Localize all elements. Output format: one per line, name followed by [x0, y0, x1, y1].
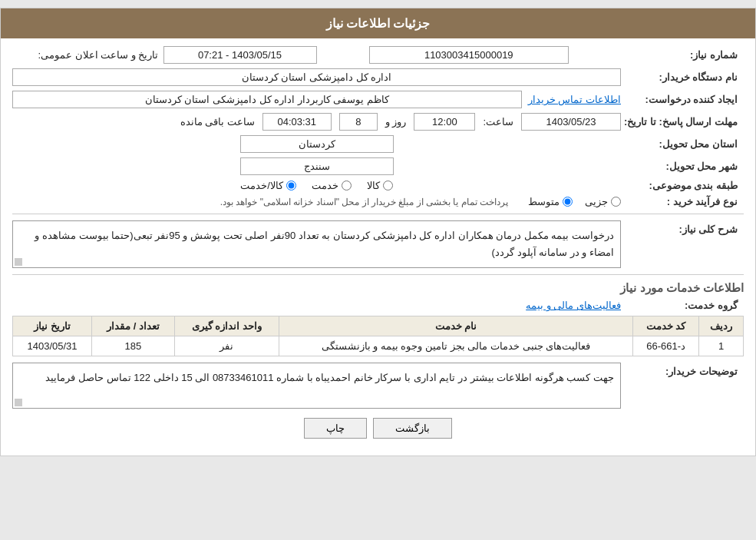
radio-kala: کالا: [367, 180, 393, 191]
col-tarikh: تاریخ نیاز: [13, 316, 92, 336]
link-etelaat[interactable]: اطلاعات تماس خریدار: [528, 94, 621, 105]
row-farayand: نوع فرآیند خرید : جزیی متوسط پرداخت تمام…: [12, 196, 744, 207]
value-namDastgah: اداره کل دامپزشکی استان کردستان: [12, 68, 621, 86]
cell-radif: 1: [699, 336, 744, 356]
radio-kala-khadamat-label: کالا/خدمت: [240, 180, 283, 191]
radio-kala-label: کالا: [367, 180, 380, 191]
cell-name: فعالیت‌های جنبی خدمات مالی بجز تامین وجو…: [279, 336, 632, 356]
col-tedad: تعداد / مقدار: [92, 316, 175, 336]
value-ostan: کردستان: [240, 135, 394, 153]
page-header: جزئیات اطلاعات نیاز: [1, 8, 755, 38]
radio-jozi: جزیی: [585, 196, 621, 207]
value-tawzih: جهت کسب هرگونه اطلاعات بیشتر در تایم ادا…: [12, 363, 621, 409]
content-area: شماره نیاز: 1103003415000019 1403/05/15 …: [1, 38, 755, 456]
cell-vahed: نفر: [174, 336, 279, 356]
value-date: 1403/05/23: [521, 113, 621, 131]
label-tarikhElaan: تاریخ و ساعت اعلان عمومی:: [38, 49, 158, 61]
row-shomareNiaz: شماره نیاز: 1103003415000019 1403/05/15 …: [12, 46, 744, 64]
btn-row: بازگشت چاپ: [12, 418, 744, 439]
btn-back[interactable]: بازگشت: [373, 418, 452, 439]
row-sharhKoli: شرح کلی نیاز: درخواست بیمه مکمل درمان هم…: [12, 220, 744, 268]
value-sharhKoli: درخواست بیمه مکمل درمان همکاران اداره کل…: [12, 220, 621, 268]
value-ijadKonande: کاظم یوسفی کاربردار اداره کل دامپزشکی اس…: [12, 91, 522, 108]
page-wrapper: جزئیات اطلاعات نیاز شماره نیاز: 11030034…: [0, 8, 756, 456]
row-namDastgah: نام دستگاه خریدار: اداره کل دامپزشکی است…: [12, 68, 744, 86]
label-shomareNiaz: شماره نیاز:: [621, 49, 744, 61]
label-tasnif: طبقه بندی موضوعی:: [621, 180, 744, 191]
radio-khadamat-label: خدمت: [312, 180, 338, 191]
row-shahr: شهر محل تحویل: سنندج: [12, 157, 744, 175]
row-ostan: استان محل تحویل: کردستان: [12, 135, 744, 153]
row-ijadKonande: ایجاد کننده درخواست: اطلاعات تماس خریدار…: [12, 91, 744, 108]
label-mande: ساعت باقی مانده: [180, 116, 255, 128]
label-time: ساعت:: [483, 116, 513, 128]
label-namDastgah: نام دستگاه خریدار:: [621, 71, 744, 83]
label-ostan: استان محل تحویل:: [621, 138, 744, 150]
row-mohlat: مهلت ارسال پاسخ: تا تاریخ: 1403/05/23 سا…: [12, 113, 744, 131]
col-name: نام خدمت: [279, 316, 632, 336]
radio-khadamat: خدمت: [312, 180, 352, 191]
radio-motovaset: متوسط: [528, 196, 573, 207]
radio-motovaset-input[interactable]: [563, 197, 573, 207]
resize-handle: [15, 258, 22, 266]
cell-kod: د-661-66: [633, 336, 699, 356]
value-gorohKhadamat[interactable]: فعالیت‌های مالی و بیمه: [526, 300, 621, 311]
radio-kala-khadamat-input[interactable]: [286, 181, 296, 190]
value-tarikhElaan: 1403/05/15 - 07:21: [163, 46, 317, 64]
row-tawzih: توضیحات خریدار: جهت کسب هرگونه اطلاعات ب…: [12, 363, 744, 409]
radio-jozi-input[interactable]: [611, 197, 621, 207]
label-shahr: شهر محل تحویل:: [621, 161, 744, 172]
col-kod: کد خدمت: [633, 316, 699, 336]
table-row: 1د-661-66فعالیت‌های جنبی خدمات مالی بجز …: [13, 336, 744, 356]
radio-khadamat-input[interactable]: [342, 181, 352, 190]
cell-tarikh: 1403/05/31: [13, 336, 92, 356]
resize-handle-2: [15, 399, 22, 406]
radio-kala-khadamat: کالا/خدمت: [240, 180, 296, 191]
label-mohlat: مهلت ارسال پاسخ: تا تاریخ:: [621, 116, 744, 128]
value-shomareNiaz: 1103003415000019: [369, 46, 569, 64]
radio-motovaset-label: متوسط: [528, 196, 560, 207]
value-roz: 8: [339, 113, 378, 131]
label-ijadKonande: ایجاد کننده درخواست:: [621, 94, 744, 105]
value-countdown: 04:03:31: [262, 113, 332, 131]
khadamat-title: اطلاعات خدمات مورد نیاز: [12, 281, 744, 295]
value-time: 12:00: [414, 113, 475, 131]
col-vahed: واحد اندازه گیری: [174, 316, 279, 336]
radio-kala-input[interactable]: [383, 181, 393, 190]
tasnif-radio-group: کالا خدمت کالا/خدمت: [12, 180, 621, 191]
radio-jozi-label: جزیی: [585, 196, 608, 207]
row-gorohKhadamat: گروه خدمت: فعالیت‌های مالی و بیمه: [12, 300, 744, 311]
label-sharhKoli: شرح کلی نیاز:: [621, 220, 744, 235]
label-tawzih: توضیحات خریدار:: [621, 363, 744, 377]
services-table: ردیف کد خدمت نام خدمت واحد اندازه گیری ت…: [12, 316, 744, 356]
label-gorohKhadamat: گروه خدمت:: [621, 300, 744, 311]
label-farayand: نوع فرآیند خرید :: [621, 196, 744, 207]
farayand-warning: پرداخت تمام یا بخشی از مبلغ خریدار از مح…: [220, 197, 508, 207]
page-title: جزئیات اطلاعات نیاز: [326, 17, 431, 30]
row-tasnif: طبقه بندی موضوعی: کالا خدمت کالا/خدمت: [12, 180, 744, 191]
cell-tedad: 185: [92, 336, 175, 356]
label-roz: روز و: [385, 116, 407, 128]
btn-print[interactable]: چاپ: [304, 418, 367, 439]
col-radif: ردیف: [699, 316, 744, 336]
value-shahr: سنندج: [240, 157, 394, 175]
